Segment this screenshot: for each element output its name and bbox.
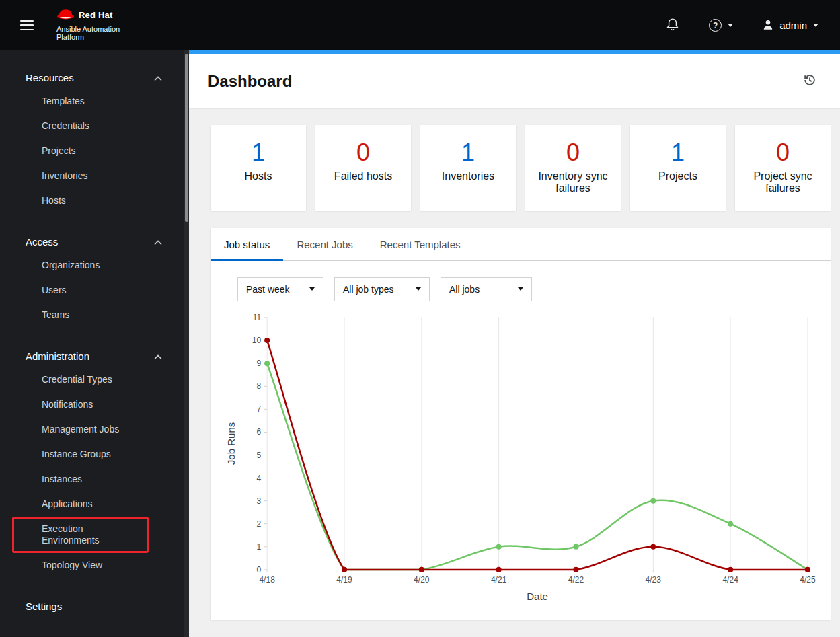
sidebar-section-access: AccessOrganizationsUsersTeams — [0, 231, 189, 328]
card-label: Failed hosts — [321, 170, 406, 182]
svg-text:4: 4 — [256, 473, 261, 482]
page-title: Dashboard — [208, 72, 292, 91]
sidebar-item-applications[interactable]: Applications — [0, 492, 189, 517]
caret-down-icon — [309, 287, 315, 291]
sidebar-item-projects[interactable]: Projects — [0, 139, 189, 163]
nav-toggle-button[interactable] — [17, 15, 36, 36]
card-count: 1 — [426, 140, 510, 165]
line-chart: 012345678910114/184/194/204/214/224/234/… — [224, 308, 817, 605]
svg-text:7: 7 — [256, 404, 261, 414]
sidebar-item-teams[interactable]: Teams — [0, 303, 189, 328]
sidebar-section-header-resources[interactable]: Resources — [0, 67, 189, 89]
svg-text:4/20: 4/20 — [414, 575, 430, 585]
summary-card-failed-hosts[interactable]: 0Failed hosts — [315, 125, 411, 211]
svg-text:6: 6 — [256, 427, 261, 437]
brand-line2: Ansible Automation Platform — [56, 25, 136, 42]
svg-text:5: 5 — [256, 450, 261, 459]
page-header: Dashboard — [189, 54, 840, 108]
sidebar-item-credential-types[interactable]: Credential Types — [0, 367, 189, 392]
chart-filters: Past weekAll job typesAll jobs — [237, 277, 818, 301]
sidebar-item-credentials[interactable]: Credentials — [0, 114, 189, 139]
summary-card-inventory-sync-failures[interactable]: 0Inventory sync failures — [525, 125, 621, 211]
brand-line1: Red Hat — [79, 11, 113, 21]
card-count: 1 — [216, 140, 301, 165]
sidebar-section-header-administration[interactable]: Administration — [0, 345, 189, 367]
summary-card-projects[interactable]: 1Projects — [630, 125, 726, 211]
question-circle-icon: ? — [709, 19, 722, 32]
card-count: 1 — [636, 140, 720, 165]
svg-text:0: 0 — [256, 565, 261, 574]
summary-card-inventories[interactable]: 1Inventories — [420, 125, 516, 211]
job-status-chart: 012345678910114/184/194/204/214/224/234/… — [223, 308, 818, 605]
job-type-select[interactable]: All job types — [334, 277, 430, 301]
svg-text:4/23: 4/23 — [646, 575, 662, 585]
masthead: Red Hat Ansible Automation Platform ? — [0, 0, 840, 50]
svg-text:8: 8 — [256, 381, 261, 391]
tabs: Job statusRecent JobsRecent Templates — [211, 228, 831, 261]
user-menu-button[interactable]: admin — [763, 19, 818, 32]
sidebar-item-inventories[interactable]: Inventories — [0, 163, 189, 188]
tab-job-status[interactable]: Job status — [211, 228, 283, 261]
main-content: Dashboard 1Hosts0Failed hosts1Inventorie… — [189, 50, 840, 637]
chevron-up-icon — [154, 350, 162, 362]
sidebar-item-topology-view[interactable]: Topology View — [0, 553, 189, 578]
dashboard-panel: Job statusRecent JobsRecent Templates Pa… — [211, 228, 831, 620]
history-button[interactable] — [800, 70, 820, 92]
caret-down-icon — [813, 24, 818, 27]
card-count: 0 — [321, 140, 406, 165]
section-label: Settings — [26, 601, 62, 612]
header-actions: ? admin — [666, 17, 823, 34]
sidebar-item-templates[interactable]: Templates — [0, 89, 189, 114]
sidebar-item-instances[interactable]: Instances — [0, 467, 189, 492]
sidebar-nav: ResourcesTemplatesCredentialsProjectsInv… — [0, 67, 189, 617]
help-menu-button[interactable]: ? — [709, 19, 733, 32]
sidebar-scrollbar[interactable] — [184, 50, 189, 637]
svg-text:4/18: 4/18 — [259, 575, 275, 585]
sidebar-item-instance-groups[interactable]: Instance Groups — [0, 442, 189, 467]
hamburger-icon — [20, 20, 34, 22]
summary-card-hosts[interactable]: 1Hosts — [211, 125, 306, 211]
svg-text:2: 2 — [256, 519, 261, 529]
redhat-hat-icon — [56, 9, 75, 23]
caret-down-icon — [416, 287, 421, 291]
tab-recent-templates[interactable]: Recent Templates — [367, 228, 474, 261]
notifications-button[interactable] — [666, 17, 679, 34]
svg-text:4/24: 4/24 — [722, 575, 738, 585]
chevron-up-icon — [154, 236, 162, 248]
sidebar-section-resources: ResourcesTemplatesCredentialsProjectsInv… — [0, 67, 189, 213]
card-label: Inventories — [426, 170, 510, 182]
select-value: All job types — [343, 284, 393, 295]
sidebar-item-hosts[interactable]: Hosts — [0, 188, 189, 213]
svg-text:4/22: 4/22 — [568, 575, 584, 585]
card-count: 0 — [531, 140, 615, 165]
history-icon — [802, 79, 817, 89]
sidebar-section-header-access[interactable]: Access — [0, 231, 189, 253]
chevron-up-icon — [154, 72, 162, 83]
caret-down-icon — [518, 287, 523, 291]
scrollbar-thumb[interactable] — [185, 54, 188, 222]
bell-icon — [666, 17, 679, 34]
svg-text:Date: Date — [527, 591, 548, 602]
jobs-select[interactable]: All jobs — [441, 277, 532, 301]
sidebar-item-execution-environments[interactable]: Execution Environments — [12, 517, 149, 553]
username: admin — [779, 20, 807, 31]
card-label: Hosts — [216, 170, 301, 182]
summary-cards: 1Hosts0Failed hosts1Inventories0Inventor… — [211, 125, 831, 211]
sidebar-item-notifications[interactable]: Notifications — [0, 392, 189, 417]
svg-text:4/19: 4/19 — [336, 575, 352, 585]
period-select[interactable]: Past week — [237, 277, 323, 301]
svg-text:11: 11 — [253, 313, 262, 322]
select-value: All jobs — [449, 284, 480, 295]
sidebar-section-header-settings[interactable]: Settings — [0, 595, 189, 617]
brand-logo: Red Hat Ansible Automation Platform — [56, 9, 136, 42]
sidebar-item-organizations[interactable]: Organizations — [0, 253, 189, 278]
sidebar-item-users[interactable]: Users — [0, 278, 189, 303]
sidebar: ResourcesTemplatesCredentialsProjectsInv… — [0, 50, 189, 637]
tab-recent-jobs[interactable]: Recent Jobs — [283, 228, 366, 261]
card-label: Projects — [636, 170, 720, 182]
sidebar-item-management-jobs[interactable]: Management Jobs — [0, 417, 189, 442]
section-label: Resources — [26, 72, 74, 83]
svg-text:1: 1 — [256, 542, 261, 552]
sidebar-section-settings: Settings — [0, 595, 189, 617]
summary-card-project-sync-failures[interactable]: 0Project sync failures — [735, 125, 831, 211]
